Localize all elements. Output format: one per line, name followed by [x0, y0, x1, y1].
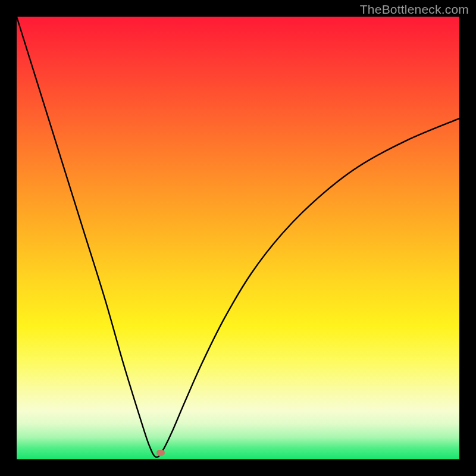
minimum-marker	[156, 450, 165, 456]
bottleneck-curve	[17, 17, 459, 459]
plot-area	[17, 17, 459, 459]
watermark-text: TheBottleneck.com	[360, 2, 469, 17]
chart-stage: TheBottleneck.com	[0, 0, 476, 476]
